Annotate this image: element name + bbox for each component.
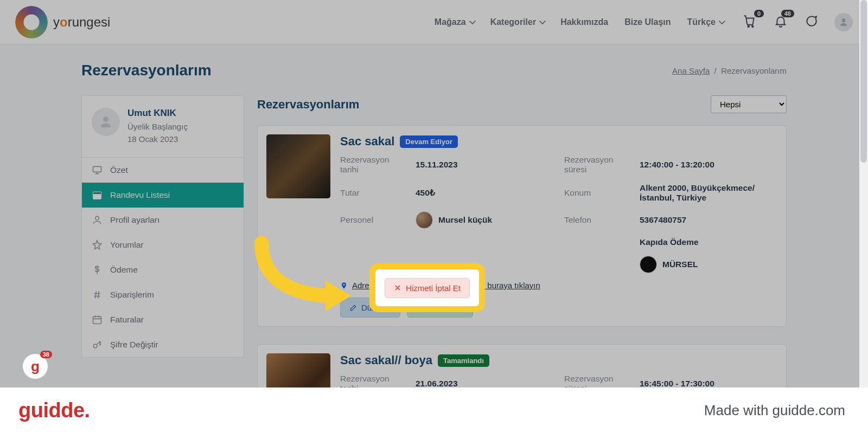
service-thumbnail [266, 134, 330, 198]
brand-swirl-icon [15, 6, 48, 38]
user-name: Umut KNIK [127, 108, 188, 119]
svg-point-7 [93, 344, 97, 348]
filter-select[interactable]: Hepsi [711, 95, 787, 113]
help-chat-launcher[interactable]: g 38 [23, 354, 48, 379]
reservation-card: Sac sakal Devam Ediyor Rezervasyon tarih… [257, 125, 787, 327]
svg-point-5 [95, 216, 99, 220]
breadcrumb: Ana Sayfa / Rezervasyonlarım [672, 66, 787, 75]
page-header: Rezervasyonlarım Ana Sayfa / Rezervasyon… [81, 62, 787, 79]
user-card: Umut KNIK Üyelik Başlangıç 18 Ocak 2023 [82, 96, 244, 158]
nav-language[interactable]: Türkçe [687, 17, 724, 27]
guidde-icon: g 38 [23, 354, 48, 379]
list-header: Rezervasyonlarım Hepsi [257, 95, 787, 113]
chevron-down-icon [719, 18, 726, 25]
message-icon [416, 304, 424, 312]
brand-text: yorungesi [53, 15, 110, 30]
breadcrumb-current: Rezervasyonlarım [721, 66, 787, 75]
user-icon [838, 17, 849, 28]
chat-button[interactable]: Sohbet Et [407, 298, 473, 318]
user-membership-date: 18 Ocak 2023 [127, 133, 188, 146]
card-actions: Düzenle Sohbet Et Hizmeti İptal Et [340, 298, 777, 318]
star-icon [92, 240, 103, 250]
cancel-service-button[interactable]: Hizmeti İptal Et [385, 278, 470, 298]
svg-rect-6 [93, 316, 101, 324]
edit-button[interactable]: Düzenle [340, 298, 400, 318]
breadcrumb-home[interactable]: Ana Sayfa [672, 66, 710, 75]
nav-contact[interactable]: Bize Ulaşın [624, 17, 671, 27]
user-icon [92, 215, 103, 225]
icon-actions: 0 48 [743, 13, 853, 31]
guidde-logo: guidde. [18, 399, 90, 422]
key-icon [92, 339, 103, 350]
nav-store[interactable]: Mağaza [435, 17, 474, 27]
sidebar-item-invoices[interactable]: Faturalar [82, 307, 244, 332]
sidebar-item-payment[interactable]: Ödeme [82, 257, 244, 282]
pin-icon [340, 282, 348, 289]
status-badge: Tamamlandı [438, 354, 489, 367]
dollar-icon [92, 264, 103, 275]
svg-point-1 [752, 25, 754, 27]
svg-rect-4 [93, 192, 101, 194]
scrollbar-thumb[interactable] [860, 0, 867, 163]
svg-point-0 [748, 25, 749, 27]
sidebar-item-reviews[interactable]: Yorumlar [82, 232, 244, 257]
calendar-days-icon [92, 314, 103, 325]
brand-logo[interactable]: yorungesi [15, 6, 110, 38]
calendar-icon [92, 190, 103, 201]
primary-nav: Mağaza Kategoriler Hakkımızda Bize Ulaşı… [435, 17, 724, 27]
messages-button[interactable] [804, 14, 818, 30]
shop-avatar [640, 256, 657, 273]
service-title: Sac sakal [340, 134, 394, 148]
chevron-down-icon [469, 18, 476, 25]
svg-rect-2 [93, 166, 101, 172]
sidebar-item-summary[interactable]: Özet [82, 158, 244, 183]
help-badge: 38 [40, 351, 52, 358]
pencil-icon [349, 304, 357, 312]
cart-badge: 0 [754, 10, 764, 17]
staff-avatar [416, 211, 433, 229]
user-membership-label: Üyelik Başlangıç [127, 121, 188, 133]
user-avatar [92, 108, 120, 136]
list-title: Rezervasyonlarım [257, 98, 359, 112]
status-badge: Devam Ediyor [400, 135, 458, 148]
sidebar-item-password[interactable]: Şifre Değiştir [82, 332, 244, 357]
nav-categories[interactable]: Kategoriler [490, 17, 544, 27]
hash-icon [92, 289, 103, 300]
sidebar-item-profile[interactable]: Profil ayarları [82, 208, 244, 232]
attribution-text: Made with guidde.com [704, 402, 845, 419]
chat-icon [804, 14, 818, 28]
monitor-icon [92, 165, 103, 176]
sidebar-item-orders[interactable]: Siparişlerim [82, 282, 244, 307]
notifications-button[interactable]: 48 [774, 14, 788, 30]
nav-about[interactable]: Hakkımızda [560, 17, 608, 27]
sidebar-item-appointments[interactable]: Randevu Listesi [82, 183, 244, 208]
attribution-footer: guidde. Made with guidde.com [0, 387, 868, 433]
cart-button[interactable]: 0 [743, 14, 757, 30]
notifications-badge: 48 [781, 10, 794, 17]
page-body: Rezervasyonlarım Ana Sayfa / Rezervasyon… [0, 44, 868, 404]
user-menu[interactable] [834, 13, 853, 31]
page-title: Rezervasyonlarım [81, 62, 212, 79]
chevron-down-icon [539, 18, 546, 25]
account-sidebar: Umut KNIK Üyelik Başlangıç 18 Ocak 2023 … [81, 95, 244, 358]
service-title: Sac sakal// boya [340, 353, 432, 367]
close-icon [394, 284, 401, 292]
scrollbar-track[interactable] [859, 0, 868, 387]
top-bar: yorungesi Mağaza Kategoriler Hakkımızda … [0, 0, 868, 44]
main-content: Rezervasyonlarım Hepsi Sac sakal Devam E… [257, 95, 787, 404]
payment-method: Kapıda Ödeme [640, 237, 777, 247]
